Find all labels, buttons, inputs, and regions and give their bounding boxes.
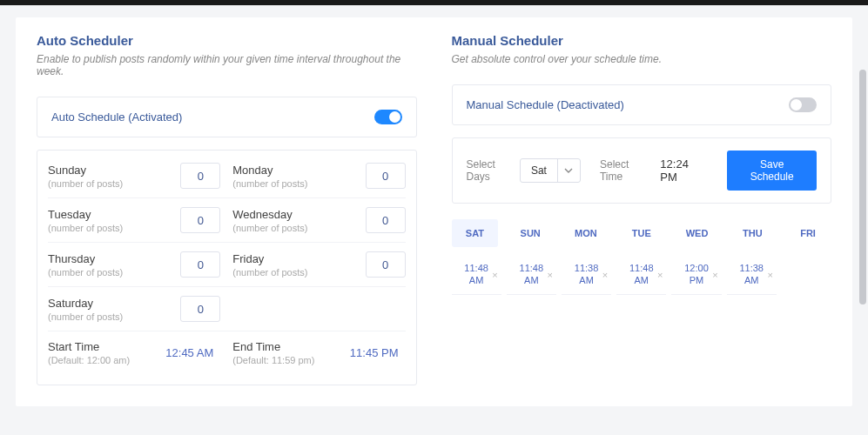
day-name: Sunday [48,164,123,177]
manual-toggle-card: Manual Schedule (Deactivated) [452,84,832,125]
day-name: Tuesday [48,208,123,221]
auto-toggle[interactable] [374,110,402,124]
time-chip: 11:48 AM × [616,256,666,295]
select-days-value: Sat [521,164,557,177]
day-hint: (number of posts) [232,223,307,233]
time-chip-value: 11:48 AM [464,263,488,287]
day-name: Friday [232,252,307,265]
auto-subtitle: Enable to publish posts randomly within … [37,53,417,77]
auto-toggle-card: Auto Schedule (Activated) [37,97,417,137]
manual-card-label: Manual Schedule (Deactivated) [467,98,624,111]
scrollbar-thumb[interactable] [859,70,866,304]
day-cell-friday: Friday (number of posts) [232,251,405,278]
close-icon[interactable]: × [492,270,497,280]
day-cell-sunday: Sunday (number of posts) [48,163,220,189]
manual-scheduler-column: Manual Scheduler Get absolute control ov… [452,33,832,385]
tab-sat[interactable]: SAT [452,219,499,247]
auto-card-label: Auto Schedule (Activated) [51,110,182,124]
time-chip-value: 11:38 AM [575,263,599,287]
manual-subtitle: Get absolute control over your schedule … [452,53,832,65]
end-time-label: End Time [232,340,314,353]
end-time-hint: (Default: 11:59 pm) [232,355,314,365]
time-chip: 11:48 AM × [452,256,501,295]
day-hint: (number of posts) [232,178,307,189]
close-icon[interactable]: × [657,270,663,280]
manual-controls: Select Days Sat Select Time 12:24 PM Sav… [452,137,832,204]
window-topbar [0,0,868,5]
day-name: Thursday [48,252,123,265]
auto-title: Auto Scheduler [37,33,417,48]
select-days-dropdown[interactable]: Sat [520,158,581,183]
auto-day-grid: Sunday (number of posts) Monday (number … [37,150,417,385]
time-chip: 11:38 AM × [727,256,777,295]
tab-sun[interactable]: SUN [507,219,554,247]
day-cell-saturday: Saturday (number of posts) [48,296,220,322]
close-icon[interactable]: × [767,270,772,280]
day-input-tuesday[interactable] [180,207,220,233]
start-time-cell: Start Time (Default: 12:00 am) 12:45 AM [48,340,220,365]
day-hint: (number of posts) [48,178,123,189]
start-time-hint: (Default: 12:00 am) [48,355,130,365]
day-cell-wednesday: Wednesday (number of posts) [232,207,405,233]
day-input-wednesday[interactable] [366,207,406,233]
time-chip-value: 11:38 AM [739,263,764,287]
close-icon[interactable]: × [712,270,717,280]
day-hint: (number of posts) [48,223,123,233]
time-chip: 11:48 AM × [507,256,556,295]
auto-scheduler-column: Auto Scheduler Enable to publish posts r… [37,33,417,385]
start-time-label: Start Time [48,340,130,353]
select-days-label: Select Days [467,158,513,183]
manual-day-tabs: SAT SUN MON TUE WED THU FRI [452,219,832,247]
day-cell-tuesday: Tuesday (number of posts) [48,207,220,233]
select-days-group: Select Days Sat [467,158,581,183]
day-name: Wednesday [232,208,307,221]
manual-title: Manual Scheduler [452,33,832,48]
start-time-value[interactable]: 12:45 AM [158,341,220,365]
save-schedule-button[interactable]: Save Schedule [727,151,817,191]
select-time-value[interactable]: 12:24 PM [656,157,708,184]
day-hint: (number of posts) [48,311,123,322]
tab-fri[interactable]: FRI [784,219,831,247]
day-input-monday[interactable] [366,163,406,189]
time-chip: 12:00 PM × [671,256,721,295]
time-chip-value: 11:48 AM [629,263,654,287]
time-chip: 11:38 AM × [562,256,611,295]
manual-toggle[interactable] [789,97,817,112]
tab-thu[interactable]: THU [729,219,776,247]
day-cell-monday: Monday (number of posts) [232,163,405,189]
select-time-group: Select Time 12:24 PM [600,157,708,184]
day-input-saturday[interactable] [180,296,220,322]
day-hint: (number of posts) [232,267,307,278]
day-name: Saturday [48,297,123,310]
day-input-thursday[interactable] [180,251,220,278]
chevron-down-icon [557,159,580,182]
time-chip-empty [782,256,831,295]
time-chip-value: 11:48 AM [520,263,544,287]
day-cell-empty [232,296,405,322]
manual-times-row: 11:48 AM × 11:48 AM × 11:38 AM × 11:48 A… [452,256,832,295]
end-time-cell: End Time (Default: 11:59 pm) 11:45 PM [232,340,405,365]
select-time-label: Select Time [600,158,649,183]
tab-mon[interactable]: MON [562,219,609,247]
day-input-friday[interactable] [366,251,406,278]
day-cell-thursday: Thursday (number of posts) [48,251,220,278]
close-icon[interactable]: × [602,270,608,280]
day-hint: (number of posts) [48,267,123,278]
tab-tue[interactable]: TUE [618,219,665,247]
time-chip-value: 12:00 PM [684,263,709,287]
day-input-sunday[interactable] [180,163,220,189]
tab-wed[interactable]: WED [674,219,721,247]
close-icon[interactable]: × [548,270,553,280]
end-time-value[interactable]: 11:45 PM [343,341,406,365]
day-name: Monday [232,164,307,177]
page-content: Auto Scheduler Enable to publish posts r… [16,17,852,406]
